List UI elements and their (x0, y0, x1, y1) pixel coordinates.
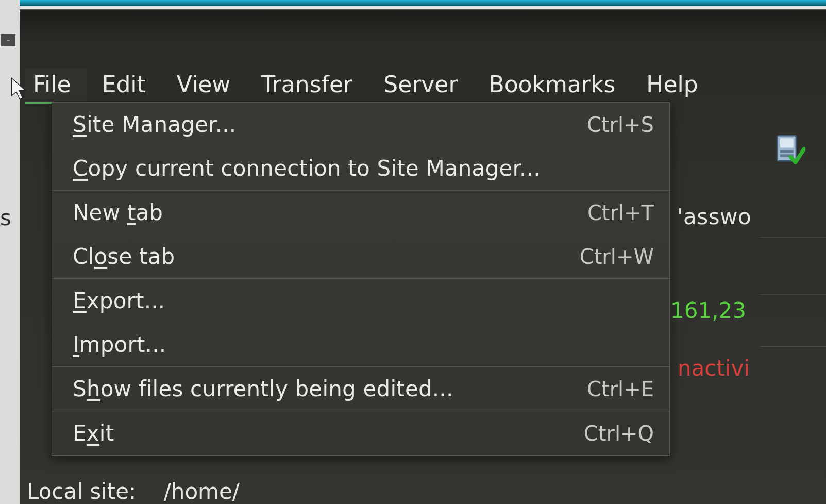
password-label-fragment: 'asswo (677, 204, 751, 229)
menu-file[interactable]: File (25, 68, 87, 102)
menubar: File Edit View Transfer Server Bookmarks… (25, 68, 714, 102)
status-inactive-fragment: nactivi (678, 356, 750, 381)
app-window: File Edit View Transfer Server Bookmarks… (20, 9, 826, 504)
menu-transfer[interactable]: Transfer (246, 68, 368, 102)
status-number-fragment: 161,23 (670, 298, 746, 323)
local-site-label: Local site: /home/ (27, 479, 240, 504)
menu-item-site-manager[interactable]: Site Manager...Ctrl+S (52, 103, 669, 146)
menu-bookmarks[interactable]: Bookmarks (474, 68, 631, 102)
menu-edit[interactable]: Edit (87, 68, 161, 102)
menu-item-shortcut: Ctrl+W (580, 245, 654, 268)
menu-item-label: Site Manager... (73, 112, 236, 137)
menu-item-label: Show files currently being edited... (73, 376, 453, 401)
menu-item-exit[interactable]: ExitCtrl+Q (52, 411, 669, 455)
left-text-fragment: s (0, 205, 11, 230)
menu-item-shortcut: Ctrl+S (587, 113, 654, 137)
tab-fragment: - (1, 34, 15, 46)
menu-view[interactable]: View (161, 68, 246, 102)
menu-item-import[interactable]: Import... (52, 323, 669, 366)
menu-item-shortcut: Ctrl+E (587, 377, 654, 401)
menu-item-new-tab[interactable]: New tabCtrl+T (52, 191, 669, 234)
menu-item-label: Copy current connection to Site Manager.… (73, 156, 541, 181)
right-panel-fragment (760, 165, 826, 500)
svg-rect-1 (780, 138, 794, 147)
menu-item-label: New tab (73, 200, 163, 225)
menu-item-label: Close tab (73, 244, 175, 269)
left-window-strip (0, 0, 20, 504)
server-check-icon[interactable] (773, 133, 805, 165)
menu-item-shortcut: Ctrl+Q (584, 422, 654, 445)
desktop-edge (0, 0, 826, 6)
svg-rect-2 (780, 150, 794, 153)
menu-item-show-edited[interactable]: Show files currently being edited...Ctrl… (52, 367, 669, 411)
menu-item-label: Exit (73, 421, 114, 446)
menu-item-shortcut: Ctrl+T (587, 201, 654, 225)
menu-server[interactable]: Server (368, 68, 473, 102)
file-menu-dropdown: Site Manager...Ctrl+SCopy current connec… (52, 102, 670, 456)
menu-help[interactable]: Help (631, 68, 713, 102)
menu-item-close-tab[interactable]: Close tabCtrl+W (52, 234, 669, 278)
menu-item-export[interactable]: Export... (52, 279, 669, 323)
menu-item-label: Export... (73, 288, 165, 313)
menu-item-label: Import... (73, 332, 166, 357)
menu-item-copy-connection[interactable]: Copy current connection to Site Manager.… (52, 146, 669, 190)
